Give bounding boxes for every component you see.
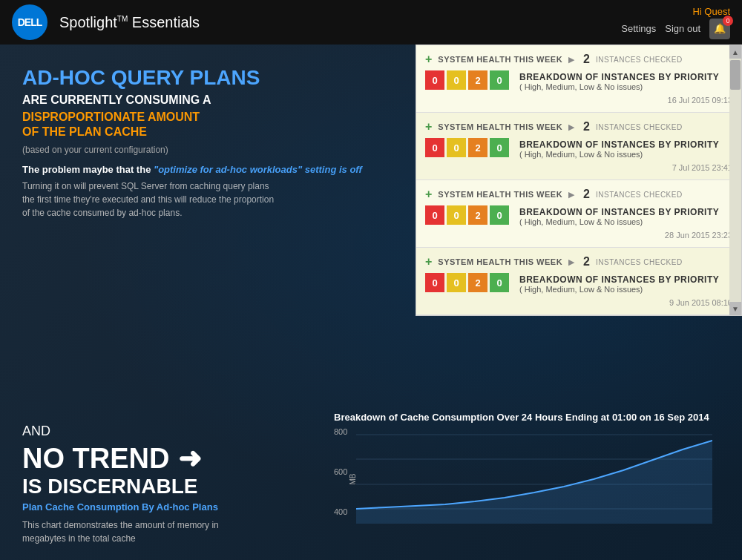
chart-label: Plan Cache Consumption By Ad-hoc Plans	[22, 501, 245, 513]
expand-icon[interactable]: +	[425, 120, 432, 134]
notif-arrow: ▶	[568, 257, 574, 267]
priority-box-yellow: 0	[447, 273, 466, 292]
expand-icon[interactable]: +	[425, 255, 432, 269]
priority-box-green: 0	[490, 138, 509, 157]
breakdown-sub: ( High, Medium, Low & No issues)	[519, 150, 719, 159]
priority-box-red: 0	[425, 70, 444, 90]
notification-item: +SYSTEM HEALTH THIS WEEK▶2INSTANCES CHEC…	[416, 180, 741, 248]
notif-label: SYSTEM HEALTH THIS WEEK	[438, 190, 562, 199]
priority-box-orange: 2	[468, 138, 487, 157]
priority-box-red: 0	[425, 273, 444, 292]
priority-box-green: 0	[490, 273, 509, 292]
notif-timestamp: 28 Jun 2015 23:23	[425, 231, 732, 240]
instances-count: 2	[583, 53, 590, 66]
scrollbar-track: ▲ ▼	[729, 45, 741, 315]
breakdown-title: BREAKDOWN OF INSTANCES BY PRIORITY	[519, 72, 719, 82]
notif-arrow: ▶	[568, 190, 574, 200]
header: DELL SpotlightTM Essentials Hi Quest Set…	[0, 0, 742, 45]
notif-label: SYSTEM HEALTH THIS WEEK	[438, 257, 562, 266]
dell-logo: DELL	[12, 4, 47, 40]
priority-box-red: 0	[425, 138, 444, 157]
instances-count: 2	[583, 255, 590, 269]
header-links: Settings Sign out 🔔 0	[621, 19, 730, 39]
breakdown-title: BREAKDOWN OF INSTANCES BY PRIORITY	[519, 139, 719, 150]
notifications-panel: +SYSTEM HEALTH THIS WEEK▶2INSTANCES CHEC…	[416, 45, 742, 316]
instances-label: INSTANCES CHECKED	[596, 258, 683, 266]
line-chart	[356, 427, 712, 524]
notif-label: SYSTEM HEALTH THIS WEEK	[438, 55, 562, 64]
priority-box-yellow: 0	[447, 138, 466, 157]
main-content: IGNORE AD-HOC QUERY PLANS ARE CURRENTLY …	[0, 45, 742, 560]
chart-title: Breakdown of Cache Consumption Over 24 H…	[334, 412, 720, 423]
user-greeting: Hi Quest	[692, 6, 730, 17]
instances-count: 2	[583, 188, 590, 201]
breakdown-title: BREAKDOWN OF INSTANCES BY PRIORITY	[519, 274, 719, 285]
trend-arrow: ➜	[178, 442, 202, 475]
notif-timestamp: 7 Jul 2015 23:41	[425, 163, 732, 172]
y-axis-400: 400	[334, 507, 347, 516]
no-trend-title: NO TREND ➜	[22, 442, 245, 475]
settings-link[interactable]: Settings	[621, 23, 656, 34]
notification-item: +SYSTEM HEALTH THIS WEEK▶2INSTANCES CHEC…	[416, 113, 741, 180]
app-title: SpotlightTM Essentials	[59, 14, 200, 31]
scroll-up-button[interactable]: ▲	[729, 45, 741, 59]
scrollbar-thumb	[730, 60, 741, 90]
svg-marker-4	[356, 441, 712, 524]
chart-area: Breakdown of Cache Consumption Over 24 H…	[334, 412, 720, 545]
instances-count: 2	[583, 120, 590, 134]
priority-box-yellow: 0	[447, 70, 466, 90]
instances-label: INSTANCES CHECKED	[596, 191, 683, 199]
notifications-scroll[interactable]: +SYSTEM HEALTH THIS WEEK▶2INSTANCES CHEC…	[416, 45, 741, 315]
instances-label: INSTANCES CHECKED	[596, 123, 683, 131]
notif-count: 0	[723, 16, 733, 26]
notif-arrow: ▶	[568, 122, 574, 132]
scroll-down-button[interactable]: ▼	[729, 302, 741, 315]
breakdown-title: BREAKDOWN OF INSTANCES BY PRIORITY	[519, 207, 719, 217]
notif-label: SYSTEM HEALTH THIS WEEK	[438, 122, 562, 131]
notification-item: +SYSTEM HEALTH THIS WEEK▶2INSTANCES CHEC…	[416, 248, 741, 315]
notif-timestamp: 9 Jun 2015 08:10	[425, 298, 732, 307]
priority-box-orange: 2	[468, 273, 487, 292]
priority-box-orange: 2	[468, 70, 487, 90]
chart-desc: This chart demonstrates the amount of me…	[22, 518, 245, 545]
y-axis-600: 600	[334, 467, 347, 476]
priority-box-orange: 2	[468, 205, 487, 225]
notif-arrow: ▶	[568, 55, 574, 65]
notification-item: +SYSTEM HEALTH THIS WEEK▶2INSTANCES CHEC…	[416, 45, 741, 113]
priority-box-green: 0	[490, 205, 509, 225]
header-right: Hi Quest Settings Sign out 🔔 0	[621, 6, 730, 39]
expand-icon[interactable]: +	[425, 188, 432, 201]
discernable-label: IS DISCERNABLE	[22, 475, 245, 498]
notif-timestamp: 16 Jul 2015 09:13	[425, 96, 732, 105]
alert-italic: "optimize for ad-hoc workloads" setting …	[154, 164, 362, 175]
notifications-button[interactable]: 🔔 0	[709, 19, 730, 39]
instances-label: INSTANCES CHECKED	[596, 56, 683, 64]
expand-icon[interactable]: +	[425, 53, 432, 66]
priority-box-green: 0	[490, 70, 509, 90]
breakdown-sub: ( High, Medium, Low & No issues)	[519, 82, 719, 91]
breakdown-sub: ( High, Medium, Low & No issues)	[519, 285, 719, 294]
alert-body: Turning it on will prevent SQL Server fr…	[22, 179, 275, 220]
and-label: AND	[22, 424, 245, 439]
y-axis-800: 800	[334, 427, 347, 436]
priority-box-red: 0	[425, 205, 444, 225]
signout-link[interactable]: Sign out	[665, 23, 700, 34]
breakdown-sub: ( High, Medium, Low & No issues)	[519, 217, 719, 226]
priority-box-yellow: 0	[447, 205, 466, 225]
